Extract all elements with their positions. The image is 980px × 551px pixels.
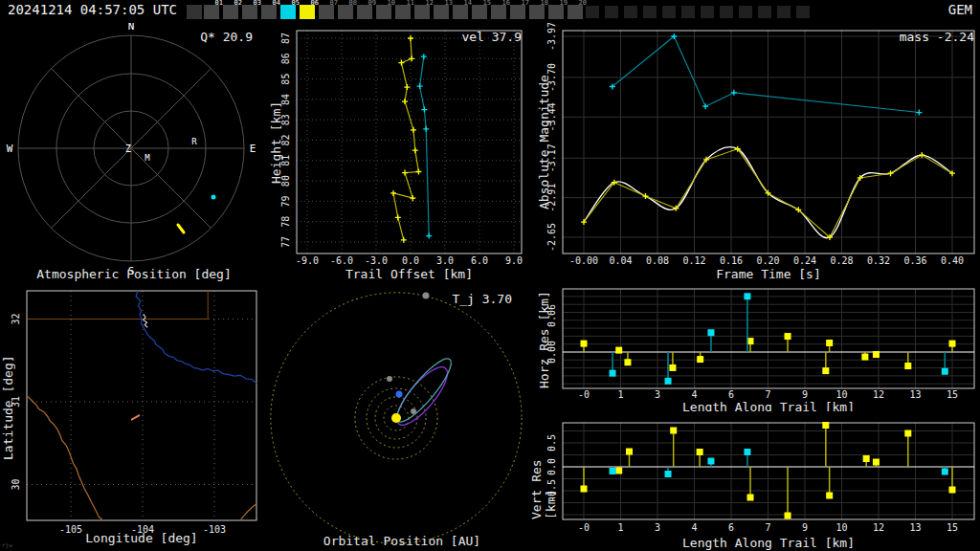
station-marker-zigzag [144,314,147,327]
frame-box-04[interactable]: 04 [261,0,277,21]
data-point-marker [426,233,432,239]
tick-label: 9.0 [505,255,523,266]
orbital-caption: Orbital Position [AU] [268,534,536,548]
lightcurve-cyan-line [612,36,920,113]
polar-spoke [131,148,211,228]
frame-box-empty-swatch [624,6,637,18]
tick-label: 13 [909,522,921,533]
stem-marker [822,422,829,429]
tick-label: 9 [802,522,808,533]
frame-box-empty [624,0,637,21]
stem-marker [942,368,948,375]
frame-box-19[interactable]: 19 [548,0,564,21]
frame-box-label: 04 [273,0,280,8]
frame-box-label: 14 [464,0,472,8]
frame-box-01[interactable]: 01 [204,0,219,21]
panel-trail-offset: -9.0-6.0-3.00.03.06.09.07778798081828384… [268,23,536,283]
tick-label: 6 [728,522,734,533]
tick-label: -0 [578,389,590,400]
stem-marker [785,333,791,340]
horz-res-plot: -0134679101213150.000.06 [536,283,980,411]
tick-label: 3.0 [436,255,454,266]
tick-label: 0.12 [682,255,705,266]
stem-marker [615,468,622,474]
tick-label: 10 [835,522,847,533]
data-point-marker [919,152,924,158]
ground-track [131,415,140,420]
zenith-label: Z [125,143,131,154]
panel-orbital: T_j 3.70 Orbital Position [AU] [268,283,536,551]
frame-box-empty [586,0,599,21]
frame-box-label: 18 [541,0,548,8]
data-point-marker [398,60,404,66]
frame-box-label: 05 [292,0,300,8]
data-point-marker [642,193,648,199]
marker-M: M [145,153,150,163]
tick-label: -3.0 [365,255,388,266]
stem-marker [610,370,616,377]
jupiter-dot [423,293,430,299]
trail-xlabel: Trail Offset [km] [297,267,522,281]
tick-label: 4 [691,389,697,400]
tick-label: 0.28 [830,255,853,266]
stem-marker [744,449,750,455]
data-point-marker [731,90,737,96]
frame-box-06[interactable]: 06 [300,0,315,21]
tick-label: 0.08 [646,255,669,266]
frame-box-07[interactable]: 07 [319,0,334,21]
tick-label: 32 [11,313,21,324]
data-point-marker [417,83,423,89]
data-point-marker [401,237,407,243]
frame-box-18[interactable]: 18 [529,0,545,21]
stem-marker [665,378,672,385]
frame-box-empty-swatch [681,6,695,18]
vert-res-ylabel: Vert Res [km] [536,423,551,519]
stem-marker [949,487,956,494]
frame-box-13[interactable]: 13 [434,0,449,21]
tick-label: 1 [617,389,623,400]
q-value: Q* 20.9 [200,30,253,44]
frame-box-label: 11 [407,0,414,8]
data-point-marker [412,147,418,153]
trail-offset-plot: -9.0-6.0-3.00.03.06.09.07778798081828384… [268,23,536,283]
stem-marker [863,455,870,462]
tick-label: -6.0 [330,255,353,266]
stem-marker [670,428,677,434]
stem-marker [626,449,633,455]
frame-box-05[interactable]: 05 [280,0,296,21]
frame-box-label: 01 [215,0,223,8]
stem-marker [873,459,880,466]
data-point-marker [421,54,427,59]
data-point-marker [421,107,427,113]
frame-box-16[interactable]: 16 [491,0,506,21]
frame-box-12[interactable]: 12 [414,0,430,21]
tick-label: 0.0 [402,255,419,266]
frame-box-14[interactable]: 14 [453,0,468,21]
frame-box-label: 09 [368,0,376,8]
frame-box-08[interactable]: 08 [338,0,353,21]
panel-magnitude: -0.000.040.080.120.160.200.240.280.320.3… [536,23,980,283]
stem-marker [904,430,911,437]
data-point-marker [888,170,894,176]
frame-box-label: 17 [522,0,529,8]
frame-box-20[interactable]: 20 [568,0,583,21]
tick-label: -0.00 [569,255,598,266]
frame-box-03[interactable]: 03 [242,0,257,21]
river-brown-corner [241,503,256,518]
panel-atmospheric-position: NESWZRM Q* 20.9 Atmospheric Position [de… [0,23,268,283]
stem-marker [904,363,911,369]
data-point-marker [409,55,414,61]
tick-label: 6 [728,389,734,400]
frame-box-11[interactable]: 11 [395,0,411,21]
stem-marker [826,493,833,499]
frame-box-15[interactable]: 15 [472,0,487,21]
frame-box-09[interactable]: 09 [357,0,372,21]
tick-label: 0.24 [793,255,816,266]
frame-box-02[interactable]: 02 [223,0,238,21]
panel-horz-res: -0134679101213150.000.06 Length Along Tr… [536,283,980,411]
map-ylabel: Latitude [deg] [0,326,15,489]
frame-box-label: 03 [254,0,261,8]
frame-box-17[interactable]: 17 [510,0,525,21]
frame-box-10[interactable]: 10 [376,0,391,21]
sun-dot [391,413,401,423]
